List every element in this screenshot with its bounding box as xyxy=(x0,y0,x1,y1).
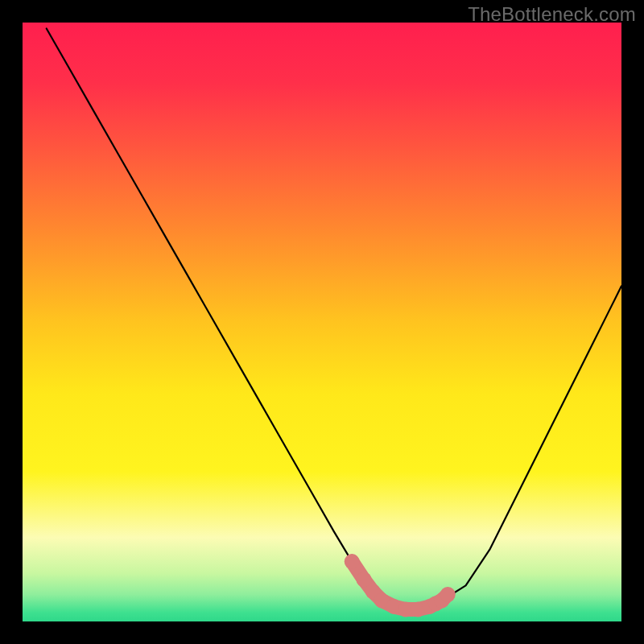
optimal-range-markers xyxy=(345,554,456,617)
chart-svg xyxy=(23,23,621,621)
bottleneck-curve xyxy=(47,28,621,609)
optimal-marker xyxy=(440,587,456,602)
optimal-marker xyxy=(345,554,360,569)
chart-frame: TheBottleneck.com xyxy=(0,0,644,644)
watermark-text: TheBottleneck.com xyxy=(468,3,636,26)
plot-area xyxy=(23,23,621,621)
